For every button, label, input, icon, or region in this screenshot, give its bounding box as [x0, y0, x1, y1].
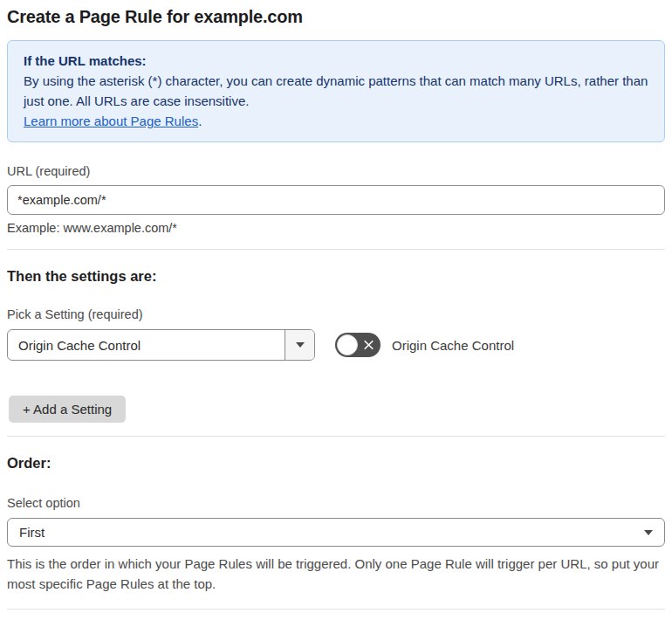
info-box-link-line: Learn more about Page Rules.	[24, 111, 648, 131]
page-rule-form: Create a Page Rule for example.com If th…	[0, 0, 672, 620]
setting-select-value: Origin Cache Control	[8, 330, 285, 360]
order-select-value: First	[19, 525, 644, 540]
toggle-knob	[337, 334, 358, 355]
chevron-down-icon	[644, 530, 653, 535]
pick-setting-label: Pick a Setting (required)	[7, 307, 665, 321]
setting-select[interactable]: Origin Cache Control	[7, 329, 315, 361]
order-section-heading: Order:	[7, 455, 665, 472]
learn-more-link[interactable]: Learn more about Page Rules	[24, 114, 198, 128]
order-select[interactable]: First	[7, 518, 665, 547]
order-select-label: Select option	[7, 496, 665, 510]
page-title: Create a Page Rule for example.com	[7, 7, 665, 27]
divider	[7, 436, 665, 437]
url-example-helper: Example: www.example.com/*	[7, 221, 665, 235]
toggle-off-x-icon	[363, 340, 374, 351]
add-setting-button[interactable]: + Add a Setting	[9, 396, 126, 423]
info-box-heading: If the URL matches:	[24, 51, 648, 71]
link-suffix: .	[198, 114, 202, 128]
setting-row: Origin Cache Control Origin Cache Contro…	[7, 329, 665, 361]
url-input[interactable]	[7, 185, 665, 215]
divider	[7, 609, 665, 610]
info-box-body: By using the asterisk (*) character, you…	[24, 71, 648, 111]
url-match-info-box: If the URL matches: By using the asteris…	[7, 40, 665, 142]
setting-select-caret-button[interactable]	[285, 330, 314, 360]
toggle-setting-name: Origin Cache Control	[392, 338, 514, 353]
url-field-label: URL (required)	[7, 164, 665, 178]
origin-cache-control-toggle[interactable]	[335, 333, 381, 357]
order-helper-text: This is the order in which your Page Rul…	[7, 554, 660, 594]
settings-section-heading: Then the settings are:	[7, 268, 665, 285]
divider	[7, 249, 665, 250]
chevron-down-icon	[296, 342, 305, 348]
